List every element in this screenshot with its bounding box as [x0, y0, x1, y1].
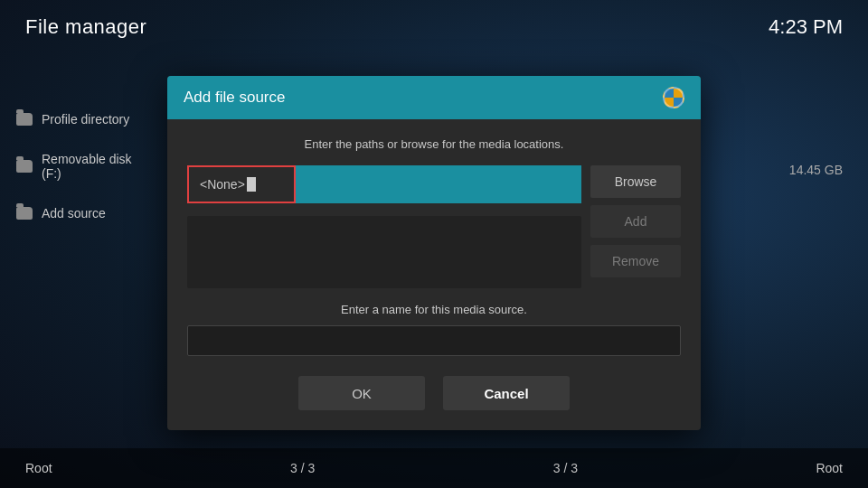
cancel-button[interactable]: Cancel: [443, 376, 570, 410]
none-text: <None>: [200, 177, 245, 192]
none-path-input[interactable]: <None>: [187, 165, 296, 203]
add-button[interactable]: Add: [590, 205, 681, 238]
name-section: Enter a name for this media source.: [187, 303, 681, 372]
dialog-title: Add file source: [184, 89, 285, 107]
kodi-logo-icon: [663, 87, 684, 108]
browse-button[interactable]: Browse: [590, 165, 681, 198]
remove-button[interactable]: Remove: [590, 245, 681, 277]
add-file-source-dialog: Add file source Enter the paths or brows…: [167, 76, 701, 430]
name-input[interactable]: [187, 325, 681, 356]
text-cursor: [247, 177, 256, 192]
dialog-header: Add file source: [167, 76, 701, 119]
dialog-description: Enter the paths or browse for the media …: [187, 137, 681, 151]
dialog-footer-buttons: OK Cancel: [187, 372, 681, 410]
paths-area: <None> Browse Add Remove: [187, 165, 681, 288]
action-buttons: Browse Add Remove: [590, 165, 681, 288]
dialog-body: Enter the paths or browse for the media …: [167, 119, 701, 430]
ok-button[interactable]: OK: [298, 376, 425, 410]
path-row: <None>: [187, 165, 581, 203]
name-description: Enter a name for this media source.: [187, 303, 681, 316]
modal-overlay: Add file source Enter the paths or brows…: [0, 0, 868, 488]
paths-list: [187, 216, 581, 288]
path-input-wrapper: <None>: [187, 165, 581, 203]
